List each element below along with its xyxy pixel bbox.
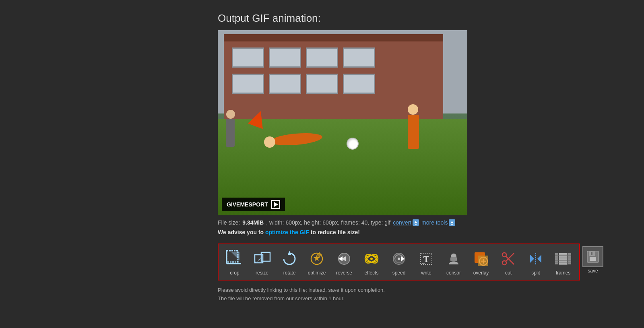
file-details: , width: 600px, height: 600px, frames: 4… xyxy=(266,219,390,226)
save-icon xyxy=(586,250,600,264)
football xyxy=(347,138,359,150)
tool-censor[interactable]: censor xyxy=(440,247,467,277)
tool-rotate[interactable]: rotate xyxy=(276,247,303,277)
censor-icon xyxy=(443,248,464,269)
save-button[interactable] xyxy=(582,246,603,267)
svg-point-26 xyxy=(370,258,373,260)
standing-head xyxy=(408,104,418,115)
play-button-watermark[interactable] xyxy=(271,200,280,209)
split-label: split xyxy=(531,270,540,276)
tool-effects[interactable]: effects xyxy=(358,247,385,277)
optimize-link[interactable]: optimize the GIF xyxy=(265,229,309,235)
spectator-head xyxy=(226,110,235,119)
effects-label: effects xyxy=(364,270,378,276)
tool-optimize[interactable]: optimize xyxy=(303,247,330,277)
svg-point-40 xyxy=(502,261,506,265)
rotate-label: rotate xyxy=(283,270,296,276)
tool-cut[interactable]: cut xyxy=(495,247,522,277)
spectator xyxy=(226,119,235,147)
tool-speed[interactable]: speed xyxy=(385,247,413,277)
tool-crop[interactable]: crop xyxy=(221,247,248,277)
file-size-label: File size: xyxy=(218,219,240,226)
tool-split[interactable]: split xyxy=(522,247,549,277)
overlay-icon xyxy=(471,248,491,269)
watermark-bar: GIVEMESPORT xyxy=(222,198,285,211)
censor-label: censor xyxy=(446,270,461,276)
advise-text-before: We advise you to xyxy=(218,229,265,235)
tool-reverse[interactable]: reverse xyxy=(330,247,358,277)
reverse-label: reverse xyxy=(336,270,352,276)
advise-text-after: to reduce file size! xyxy=(309,229,360,235)
optimize-icon xyxy=(306,248,327,269)
cut-label: cut xyxy=(505,270,512,276)
tool-write[interactable]: T write xyxy=(413,247,440,277)
toolbar-wrapper: crop resize xyxy=(218,239,603,281)
save-area: save xyxy=(582,246,603,274)
svg-rect-5 xyxy=(451,224,453,225)
crop-label: crop xyxy=(230,270,239,276)
cut-icon xyxy=(498,248,519,269)
notice-line2: The file will be removed from our server… xyxy=(218,295,385,303)
svg-marker-45 xyxy=(537,255,541,263)
split-icon xyxy=(525,248,546,269)
file-info-row: File size: 9.34MiB , width: 600px, heigh… xyxy=(218,219,455,226)
page-title: Output GIF animation: xyxy=(218,12,321,25)
speed-label: speed xyxy=(392,270,406,276)
svg-rect-34 xyxy=(450,257,457,261)
resize-label: resize xyxy=(256,270,268,276)
svg-rect-57 xyxy=(591,252,592,255)
brand-text: GIVEMESPORT xyxy=(227,201,268,208)
save-label: save xyxy=(588,268,598,274)
svg-marker-9 xyxy=(231,252,239,260)
svg-text:T: T xyxy=(423,254,429,264)
tools-toolbar: crop resize xyxy=(218,243,580,281)
rotate-icon xyxy=(279,248,300,269)
svg-marker-44 xyxy=(530,255,534,263)
frames-icon xyxy=(553,248,574,269)
notice-line1: Please avoid directly linking to this fi… xyxy=(218,286,385,295)
svg-line-12 xyxy=(255,258,261,263)
more-tools-download-icon xyxy=(449,219,455,226)
more-tools-button[interactable]: more tools xyxy=(421,219,455,226)
play-triangle-icon xyxy=(274,202,278,207)
convert-button[interactable]: convert xyxy=(393,219,419,226)
frames-label: frames xyxy=(556,270,571,276)
tool-frames[interactable]: frames xyxy=(549,247,577,277)
svg-point-15 xyxy=(317,253,321,257)
overlay-label: overlay xyxy=(473,270,489,276)
bottom-notice: Please avoid directly linking to this fi… xyxy=(218,286,385,303)
gif-preview: GIVEMESPORT xyxy=(218,30,467,215)
standing-player xyxy=(408,115,419,149)
write-icon: T xyxy=(416,248,437,269)
player-head xyxy=(264,136,275,148)
effects-icon xyxy=(361,248,382,269)
tool-overlay[interactable]: overlay xyxy=(467,247,495,277)
tool-resize[interactable]: resize xyxy=(248,247,276,277)
crop-icon xyxy=(224,248,245,269)
advise-row: We advise you to optimize the GIF to red… xyxy=(218,229,360,235)
speed-icon xyxy=(388,248,409,269)
convert-download-icon xyxy=(413,219,419,226)
svg-point-41 xyxy=(502,253,506,257)
write-label: write xyxy=(421,270,431,276)
file-size-value: 9.34MiB xyxy=(242,219,264,226)
svg-rect-56 xyxy=(590,257,596,261)
optimize-label: optimize xyxy=(308,270,326,276)
svg-point-29 xyxy=(398,258,400,260)
resize-icon xyxy=(252,248,272,269)
reverse-icon xyxy=(334,248,355,269)
svg-rect-2 xyxy=(415,224,417,225)
